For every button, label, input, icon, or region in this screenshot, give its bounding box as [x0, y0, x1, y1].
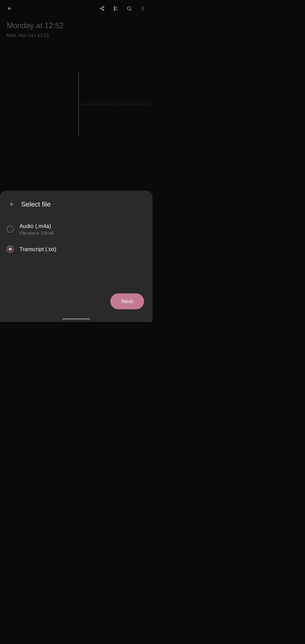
audio-option-subtitle: File size is 158 kB: [20, 231, 54, 236]
audio-option[interactable]: Audio (.m4a) File size is 158 kB: [7, 218, 146, 241]
search-button[interactable]: [124, 4, 134, 13]
toolbar-actions: [98, 4, 148, 13]
next-button[interactable]: Next: [110, 294, 144, 309]
svg-line-11: [130, 10, 131, 10]
bottom-sheet: Select file Audio (.m4a) File size is 15…: [0, 191, 152, 322]
file-options-list: Audio (.m4a) File size is 158 kB Transcr…: [0, 214, 152, 262]
sheet-title: Select file: [21, 200, 50, 208]
back-button[interactable]: [5, 4, 14, 13]
svg-point-13: [142, 8, 143, 9]
home-indicator: [62, 318, 90, 320]
waveform-area: [0, 72, 152, 136]
recording-title: Monday at 12:52: [7, 21, 146, 30]
transcript-radio[interactable]: [7, 246, 14, 252]
share-button[interactable]: [98, 4, 107, 13]
audio-option-text: Audio (.m4a) File size is 158 kB: [20, 223, 54, 236]
audio-option-title: Audio (.m4a): [20, 223, 54, 230]
sheet-back-button[interactable]: [7, 199, 17, 209]
recording-date: Mon, Nov 14 • 12:52: [7, 32, 146, 38]
transcript-option-title: Transcript (.txt): [20, 246, 56, 252]
more-button[interactable]: [138, 4, 148, 13]
audio-radio[interactable]: [7, 226, 14, 232]
sheet-header: Select file: [0, 191, 152, 214]
cut-button[interactable]: [111, 4, 120, 13]
svg-point-12: [142, 7, 143, 7]
transcript-option-text: Transcript (.txt): [20, 246, 56, 252]
transcript-option[interactable]: Transcript (.txt): [7, 241, 146, 258]
waveform-timeline: [78, 104, 152, 104]
svg-point-14: [142, 10, 143, 10]
svg-line-3: [102, 9, 103, 10]
svg-line-4: [102, 8, 103, 8]
radio-selected-indicator: [8, 248, 12, 251]
toolbar: [0, 0, 152, 17]
